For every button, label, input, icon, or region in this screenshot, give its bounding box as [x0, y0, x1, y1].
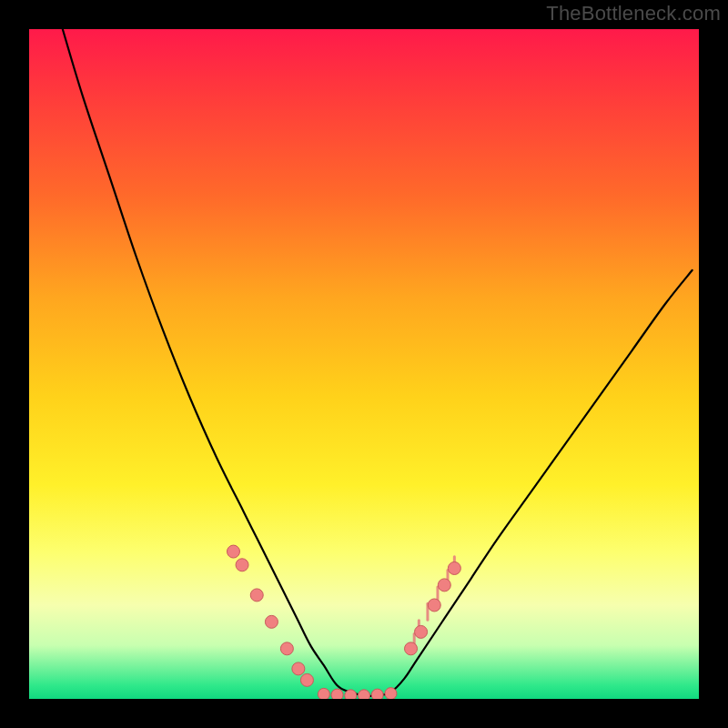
data-dot — [359, 690, 370, 699]
data-dot — [385, 688, 397, 699]
data-dot — [405, 642, 418, 655]
data-dot — [331, 689, 343, 699]
watermark-text: TheBottleneck.com — [546, 2, 721, 25]
data-dot — [415, 625, 428, 638]
data-dot — [265, 615, 278, 628]
data-dot — [300, 673, 313, 686]
bottleneck-curve — [63, 29, 693, 696]
plot-area — [29, 29, 699, 699]
data-dot — [438, 579, 450, 592]
data-dot — [371, 689, 383, 699]
data-dot — [250, 589, 263, 602]
data-dots — [227, 545, 460, 699]
data-dot — [428, 599, 440, 612]
chart-frame: TheBottleneck.com — [0, 0, 728, 728]
data-dot — [236, 559, 248, 571]
data-dot — [280, 642, 293, 655]
data-dot — [345, 690, 357, 699]
data-dot — [227, 545, 239, 558]
data-dot — [292, 662, 305, 675]
data-dot — [318, 688, 329, 699]
data-dot — [448, 561, 460, 574]
chart-svg — [29, 29, 699, 699]
